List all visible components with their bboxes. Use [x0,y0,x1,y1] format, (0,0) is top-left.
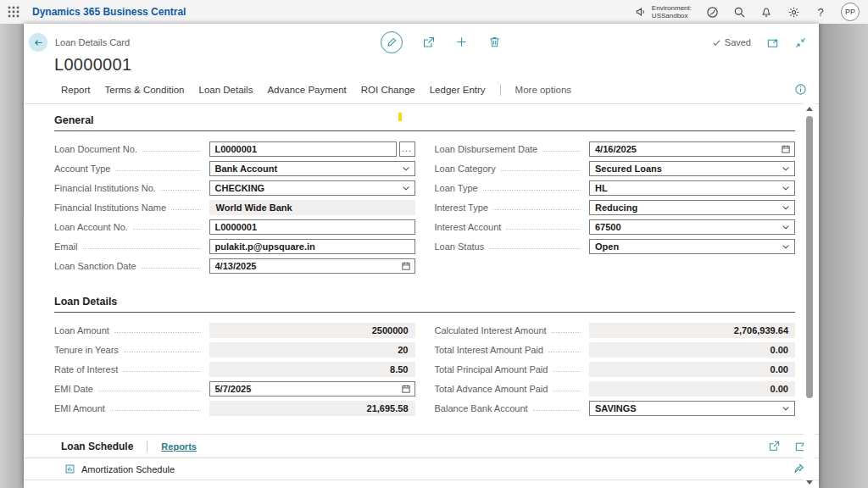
action-bar: Loan Details Card [29,30,807,54]
field-loan-category: Loan Category Secured Loans [435,161,796,175]
action-menu: Report Terms & Condition Loan Details Ad… [61,83,807,96]
financial-institutions-name-value: World Wide Bank [209,200,415,215]
page-caption: Loan Details Card [55,37,130,47]
scroll-down-arrow[interactable] [806,480,813,485]
field-interest-account: Interest Account 67500 [435,219,796,234]
loan-schedule-part: Loan Schedule Reports [24,434,819,488]
field-calculated-interest-amount: Calculated Interest Amount 2,706,939.64 [435,323,796,337]
loan-schedule-title[interactable]: Loan Schedule [61,441,133,452]
amortization-schedule-row[interactable]: Amortization Schedule [24,458,819,480]
field-email: Email [54,239,415,253]
app-title[interactable]: Dynamics 365 Business Central [32,6,186,18]
field-financial-institutions-name: Financial Institutions Name World Wide B… [54,200,415,214]
email-input[interactable] [209,239,415,254]
menu-divider [500,84,501,96]
loan-status-select[interactable]: Open [589,239,795,254]
app-launcher-icon[interactable] [7,5,20,19]
check-icon [712,38,721,47]
rate-of-interest-value: 8.50 [209,362,415,377]
loan-schedule-header: Loan Schedule Reports [24,435,819,458]
share-icon[interactable] [422,36,436,49]
amortization-schedule-label[interactable]: Amortization Schedule [81,464,175,474]
field-account-type: Account Type Bank Account [54,161,415,175]
page-title: L0000001 [54,55,819,75]
total-interest-amount-paid-value: 0.00 [589,342,795,358]
assist-edit-button[interactable]: ... [399,141,415,157]
save-status: Saved [712,37,751,47]
open-in-window-icon[interactable] [766,36,779,49]
loan-document-no-input[interactable] [209,141,397,157]
menu-item-terms-condition[interactable]: Terms & Condition [105,85,185,95]
vertical-scrollbar[interactable] [804,102,815,488]
field-balance-bank-account: Balance Bank Account SAVINGS [435,401,796,415]
interest-account-select[interactable]: 67500 [589,219,795,235]
loan-details-fields: Loan Amount 2500000 Tenure in Years 20 R… [54,323,795,415]
field-loan-account-no: Loan Account No. [54,219,415,234]
attention-marker [398,113,402,121]
financial-institutions-no-select[interactable]: CHECKING [209,180,415,196]
loan-schedule-table-header: EMI Date EMI Amount Principal Amount Int… [24,480,819,488]
field-emi-date: EMI Date [54,381,415,396]
balance-bank-account-select[interactable]: SAVINGS [589,401,795,416]
account-type-select[interactable]: Bank Account [209,161,415,176]
field-rate-of-interest: Rate of Interest 8.50 [54,362,415,376]
field-emi-amount: EMI Amount 21,695.58 [54,401,415,415]
loan-details-card: Loan Details Card [24,24,819,488]
loan-category-select[interactable]: Secured Loans [589,161,795,176]
help-icon[interactable]: ? [814,5,827,19]
delete-trash-icon[interactable] [488,36,502,49]
more-options-button[interactable]: More options [515,85,571,95]
total-advance-amount-paid-value: 0.00 [589,381,795,396]
scroll-up-arrow[interactable] [806,107,813,111]
menu-item-ledger-entry[interactable]: Ledger Entry [430,85,486,95]
loan-amount-value: 2500000 [209,323,415,338]
field-total-advance-amount-paid: Total Advance Amount Paid 0.00 [435,381,796,396]
field-loan-status: Loan Status Open [435,239,796,253]
record-actions [381,30,502,54]
loan-type-select[interactable]: HL [589,180,795,196]
edit-button[interactable] [381,31,403,53]
field-total-interest-amount-paid: Total Interest Amount Paid 0.00 [435,342,796,357]
loan-sanction-date-input[interactable] [209,258,415,274]
emi-amount-value: 21,695.58 [209,401,415,416]
back-button[interactable] [29,33,47,52]
environment-text: Environment: USSandbox [652,4,692,19]
tenure-in-years-value: 20 [209,342,415,358]
settings-gear-icon[interactable] [787,5,800,19]
total-principal-amount-paid-value: 0.00 [589,362,795,377]
megaphone-icon [634,5,648,19]
search-icon[interactable] [732,5,746,19]
collapse-icon[interactable] [794,36,807,49]
field-tenure-in-years: Tenure in Years 20 [54,342,415,357]
report-document-icon [64,463,75,474]
menu-item-roi-change[interactable]: ROI Change [361,85,415,95]
emi-date-input[interactable] [209,381,415,396]
general-fields: Loan Document No. ... Account Type Bank … [54,141,795,273]
field-total-principal-amount-paid: Total Principal Amount Paid 0.00 [435,362,796,376]
notifications-bell-icon[interactable] [760,5,773,19]
save-status-area: Saved [712,36,807,49]
menu-separator [24,103,819,104]
reports-link[interactable]: Reports [161,441,197,452]
loan-disbursement-date-input[interactable] [589,141,795,157]
page-background-right [819,24,868,488]
field-loan-disbursement-date: Loan Disbursement Date [435,141,796,156]
user-avatar[interactable]: PP [841,3,860,21]
dynamics-365-icon[interactable] [705,5,719,19]
info-icon[interactable] [794,83,807,96]
scrollbar-thumb[interactable] [806,116,813,398]
calculated-interest-amount-value: 2,706,939.64 [589,323,795,338]
menu-item-advance-payment[interactable]: Advance Payment [267,85,346,95]
loan-account-no-input[interactable] [209,219,415,235]
menu-item-loan-details[interactable]: Loan Details [199,85,253,95]
share-icon[interactable] [768,440,781,452]
interest-type-select[interactable]: Reducing [589,200,795,215]
menu-item-report[interactable]: Report [61,85,91,95]
new-record-icon[interactable] [455,36,469,49]
section-title-general[interactable]: General [54,114,795,131]
field-loan-amount: Loan Amount 2500000 [54,323,415,337]
page-background-left [0,24,24,488]
field-loan-document-no: Loan Document No. ... [54,141,415,156]
section-title-loan-details[interactable]: Loan Details [54,296,795,313]
environment-indicator[interactable]: Environment: USSandbox [634,4,692,19]
